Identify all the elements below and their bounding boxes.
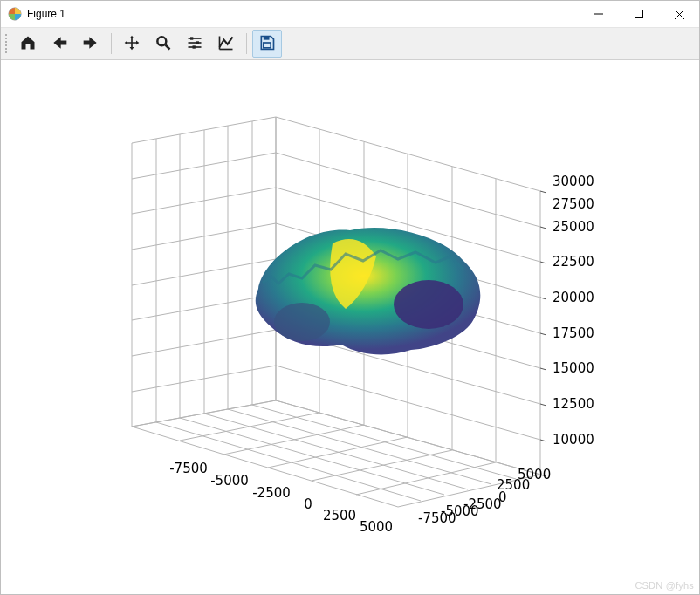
- line-chart-icon: [217, 34, 235, 54]
- edit-params-button[interactable]: [211, 30, 241, 58]
- svg-rect-2: [635, 10, 643, 18]
- home-icon: [19, 34, 37, 54]
- svg-text:27500: 27500: [552, 196, 594, 212]
- svg-marker-17: [132, 400, 540, 507]
- svg-line-55: [540, 404, 546, 406]
- svg-point-5: [157, 37, 166, 45]
- app-icon: [8, 7, 22, 21]
- svg-text:-5000: -5000: [210, 473, 249, 489]
- window-close-button[interactable]: [659, 1, 699, 27]
- toolbar-separator: [111, 33, 112, 54]
- forward-button[interactable]: [76, 30, 106, 58]
- svg-line-56: [540, 368, 546, 370]
- svg-line-59: [540, 262, 546, 263]
- back-button[interactable]: [45, 30, 74, 58]
- matplotlib-toolbar: [1, 28, 699, 60]
- svg-line-49: [268, 437, 408, 468]
- svg-line-54: [540, 440, 546, 441]
- svg-text:15000: 15000: [552, 360, 594, 376]
- pan-button[interactable]: [117, 30, 147, 58]
- svg-text:5000: 5000: [518, 467, 551, 482]
- surface-plot: [256, 228, 481, 354]
- watermark-text: CSDN @fyhs: [635, 580, 694, 591]
- svg-text:22500: 22500: [552, 254, 594, 270]
- z-axis-tick-labels: 10000 12500 15000 17500 20000 22500 2500…: [552, 174, 594, 448]
- svg-text:20000: 20000: [552, 290, 594, 305]
- home-button[interactable]: [13, 30, 43, 58]
- svg-text:-7500: -7500: [169, 461, 208, 476]
- window-title: Figure 1: [27, 8, 65, 20]
- titlebar: Figure 1: [1, 1, 699, 28]
- floppy-disk-icon: [258, 34, 276, 54]
- svg-text:0: 0: [304, 496, 312, 512]
- svg-rect-10: [196, 41, 199, 44]
- svg-text:-2500: -2500: [463, 496, 502, 512]
- svg-line-61: [540, 191, 546, 193]
- svg-text:30000: 30000: [552, 174, 594, 189]
- axes-3d[interactable]: 10000 12500 15000 17500 20000 22500 2500…: [1, 60, 699, 595]
- svg-point-52: [394, 280, 463, 329]
- svg-line-47: [180, 413, 319, 441]
- svg-line-57: [540, 333, 546, 335]
- configure-subplots-button[interactable]: [180, 30, 209, 58]
- arrow-left-icon: [51, 34, 68, 54]
- svg-text:17500: 17500: [552, 325, 594, 341]
- toolbar-handle-icon: [4, 33, 8, 54]
- svg-line-48: [223, 425, 364, 455]
- zoom-button[interactable]: [148, 30, 178, 58]
- svg-text:12500: 12500: [552, 396, 594, 412]
- arrow-right-icon: [82, 34, 100, 54]
- magnifier-icon: [154, 34, 172, 54]
- figure-canvas[interactable]: 10000 12500 15000 17500 20000 22500 2500…: [1, 60, 699, 594]
- svg-line-60: [540, 227, 546, 229]
- svg-point-53: [274, 303, 330, 341]
- window-minimize-button[interactable]: [579, 1, 619, 27]
- svg-text:2500: 2500: [323, 508, 356, 523]
- figure-window: Figure 1: [0, 0, 700, 595]
- svg-text:10000: 10000: [552, 432, 594, 448]
- svg-line-58: [540, 298, 546, 299]
- svg-text:-2500: -2500: [252, 485, 291, 501]
- svg-rect-13: [264, 36, 270, 39]
- svg-text:25000: 25000: [552, 219, 594, 235]
- svg-line-6: [166, 44, 170, 49]
- svg-rect-14: [264, 43, 271, 48]
- svg-text:5000: 5000: [360, 519, 393, 535]
- toolbar-separator: [246, 33, 247, 54]
- save-button[interactable]: [252, 30, 282, 58]
- svg-rect-12: [193, 45, 196, 48]
- svg-rect-8: [190, 37, 193, 39]
- axis-ticks: [540, 191, 546, 476]
- window-maximize-button[interactable]: [619, 1, 659, 27]
- move-icon: [123, 34, 141, 54]
- sliders-icon: [186, 34, 203, 54]
